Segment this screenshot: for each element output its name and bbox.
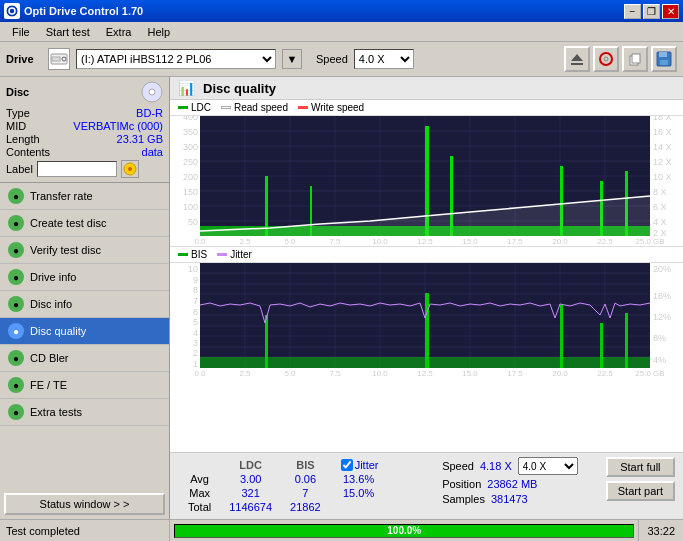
sidebar-item-verify-test-disc[interactable]: ● Verify test disc bbox=[0, 237, 169, 264]
extra-tests-label: Extra tests bbox=[30, 406, 82, 418]
svg-point-7 bbox=[600, 53, 612, 65]
sidebar-item-cd-bler[interactable]: ● CD Bler bbox=[0, 345, 169, 372]
svg-text:12.5: 12.5 bbox=[417, 237, 433, 246]
disc-panel: Disc Type BD-R MID VERBATIMc (000) Lengt… bbox=[0, 77, 169, 183]
svg-text:4: 4 bbox=[193, 328, 198, 338]
svg-rect-10 bbox=[632, 54, 640, 63]
svg-text:8 X: 8 X bbox=[653, 187, 667, 197]
svg-text:20.0: 20.0 bbox=[552, 237, 568, 246]
svg-text:2.5: 2.5 bbox=[239, 369, 251, 378]
label-icon-button[interactable] bbox=[121, 160, 139, 178]
svg-text:17.5: 17.5 bbox=[507, 369, 523, 378]
svg-rect-6 bbox=[571, 63, 583, 65]
disc-panel-title: Disc bbox=[6, 86, 29, 98]
bis-legend-label: BIS bbox=[191, 249, 207, 260]
svg-text:200: 200 bbox=[183, 172, 198, 182]
svg-text:12.5: 12.5 bbox=[417, 369, 433, 378]
disc-info-icon: ● bbox=[8, 296, 24, 312]
max-ldc-value: 321 bbox=[221, 487, 280, 499]
bis-legend-color bbox=[178, 253, 188, 256]
svg-rect-13 bbox=[660, 60, 668, 65]
avg-ldc-value: 3.00 bbox=[221, 473, 280, 485]
svg-text:2.5: 2.5 bbox=[239, 237, 251, 246]
drive-refresh-button[interactable]: ▼ bbox=[282, 49, 302, 69]
stats-header-empty bbox=[180, 459, 219, 471]
sidebar-item-create-test-disc[interactable]: ● Create test disc bbox=[0, 210, 169, 237]
toolbar-icons bbox=[564, 46, 677, 72]
stats-area: LDC BIS Jitter Avg 3.00 0.06 13.6% bbox=[170, 452, 683, 519]
svg-text:300: 300 bbox=[183, 142, 198, 152]
svg-text:22.5: 22.5 bbox=[597, 237, 613, 246]
write-speed-legend-color bbox=[298, 106, 308, 109]
menu-extra[interactable]: Extra bbox=[98, 24, 140, 40]
eject-button[interactable] bbox=[564, 46, 590, 72]
disc-panel-icon bbox=[141, 81, 163, 103]
status-text: Test completed bbox=[0, 520, 170, 541]
top-chart-svg: 400350 300250 200150 10050 18 X16 X 14 X… bbox=[170, 116, 683, 246]
close-button[interactable]: ✕ bbox=[662, 4, 679, 19]
progress-bar-outer: 100.0% bbox=[174, 524, 634, 538]
drive-label: Drive bbox=[6, 53, 42, 65]
jitter-checkbox[interactable] bbox=[341, 459, 353, 471]
type-label: Type bbox=[6, 107, 30, 119]
copy-button[interactable] bbox=[622, 46, 648, 72]
label-label: Label bbox=[6, 163, 33, 175]
disc-scan-button[interactable] bbox=[593, 46, 619, 72]
sidebar-item-transfer-rate[interactable]: ● Transfer rate bbox=[0, 183, 169, 210]
charts-area: LDC Read speed Write speed bbox=[170, 100, 683, 452]
create-test-disc-label: Create test disc bbox=[30, 217, 106, 229]
read-speed-legend-label: Read speed bbox=[234, 102, 288, 113]
avg-jitter-value: 13.6% bbox=[331, 473, 387, 485]
speed-label: Speed bbox=[316, 53, 348, 65]
top-chart-legend: LDC Read speed Write speed bbox=[170, 100, 683, 116]
speed-select[interactable]: 4.0 X 2.0 X 8.0 X bbox=[354, 49, 414, 69]
svg-text:0.0: 0.0 bbox=[194, 369, 206, 378]
max-bis-value: 7 bbox=[282, 487, 329, 499]
ldc-legend-color bbox=[178, 106, 188, 109]
start-full-button[interactable]: Start full bbox=[606, 457, 675, 477]
create-test-disc-icon: ● bbox=[8, 215, 24, 231]
total-row-label: Total bbox=[180, 501, 219, 513]
jitter-legend-color bbox=[217, 253, 227, 256]
svg-text:10: 10 bbox=[188, 264, 198, 274]
menu-start-test[interactable]: Start test bbox=[38, 24, 98, 40]
progress-text: 100.0% bbox=[175, 525, 633, 537]
stats-speed-select[interactable]: 4.0 X2.0 X8.0 X bbox=[518, 457, 578, 475]
restore-button[interactable]: ❐ bbox=[643, 4, 660, 19]
disc-quality-label: Disc quality bbox=[30, 325, 86, 337]
app-icon bbox=[4, 3, 20, 19]
read-speed-legend: Read speed bbox=[221, 102, 288, 113]
sidebar-item-extra-tests[interactable]: ● Extra tests bbox=[0, 399, 169, 426]
disc-quality-icon: ● bbox=[8, 323, 24, 339]
start-part-button[interactable]: Start part bbox=[606, 481, 675, 501]
samples-label: Samples bbox=[442, 493, 485, 505]
chart-header-icon: 📊 bbox=[178, 80, 195, 96]
save-button[interactable] bbox=[651, 46, 677, 72]
svg-text:9: 9 bbox=[193, 275, 198, 285]
status-window-button[interactable]: Status window > > bbox=[4, 493, 165, 515]
svg-text:2: 2 bbox=[193, 348, 198, 358]
menu-file[interactable]: File bbox=[4, 24, 38, 40]
svg-text:7.5: 7.5 bbox=[329, 237, 341, 246]
sidebar-item-drive-info[interactable]: ● Drive info bbox=[0, 264, 169, 291]
stats-header-ldc: LDC bbox=[221, 459, 280, 471]
svg-text:18 X: 18 X bbox=[653, 116, 672, 122]
sidebar-item-disc-quality[interactable]: ● Disc quality bbox=[0, 318, 169, 345]
bottom-chart-legend: BIS Jitter bbox=[170, 246, 683, 263]
svg-text:150: 150 bbox=[183, 187, 198, 197]
jitter-legend: Jitter bbox=[217, 249, 252, 260]
svg-text:20%: 20% bbox=[653, 264, 671, 274]
contents-label: Contents bbox=[6, 146, 50, 158]
minimize-button[interactable]: − bbox=[624, 4, 641, 19]
menu-help[interactable]: Help bbox=[139, 24, 178, 40]
sidebar-item-disc-info[interactable]: ● Disc info bbox=[0, 291, 169, 318]
sidebar-item-fe-te[interactable]: ● FE / TE bbox=[0, 372, 169, 399]
cd-bler-icon: ● bbox=[8, 350, 24, 366]
svg-text:5.0: 5.0 bbox=[284, 369, 296, 378]
drive-select[interactable]: (I:) ATAPI iHBS112 2 PL06 bbox=[76, 49, 276, 69]
label-input[interactable] bbox=[37, 161, 117, 177]
action-buttons: Start full Start part bbox=[606, 457, 675, 501]
verify-test-disc-label: Verify test disc bbox=[30, 244, 101, 256]
drive-row: Drive (I:) ATAPI iHBS112 2 PL06 ▼ Speed … bbox=[0, 42, 683, 77]
speed-label: Speed bbox=[442, 460, 474, 472]
